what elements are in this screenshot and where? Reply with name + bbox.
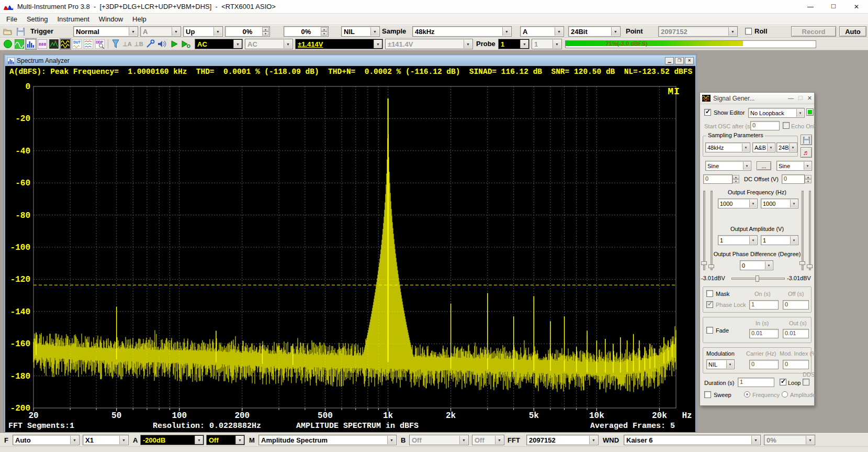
trigger-delay-spinner[interactable]: 0%▲▼ [284,26,329,37]
fft-size-combo[interactable]: 2097152▼ [526,435,599,445]
mask-checkbox[interactable] [706,290,713,297]
generator-rate-combo[interactable]: 48kHz▼ [705,142,750,152]
menu-item-instrument[interactable]: Instrument [52,14,94,25]
spectrum-window-titlebar[interactable]: Spectrum Analyzer ▁ ❐ ✕ [5,56,695,66]
frequency-b-combo[interactable]: 1000▼ [761,199,798,208]
marker-b-icon[interactable]: ⊥B [133,38,144,50]
mask-on-field[interactable]: 1 [749,300,779,310]
fade-in-field[interactable]: 0.01 [749,329,779,338]
dc-offset-a-spinner[interactable]: ▲▼ [733,174,740,184]
menu-item-setting[interactable]: Setting [22,14,52,25]
coupling-b-combo[interactable]: AC▼ [245,39,293,49]
roll-checkbox[interactable] [745,28,752,35]
generator-channels-combo[interactable]: A&B▼ [752,142,775,152]
frequency-axis-combo[interactable]: Auto▼ [13,435,80,445]
y-ref-b-combo[interactable]: Off▼ [472,435,504,445]
trigger-level-spinner[interactable]: 0%▲▼ [225,26,270,37]
child-maximize-icon[interactable]: ❐ [675,57,684,64]
play-icon[interactable] [168,38,180,50]
amplitude-slider-a-right[interactable] [802,191,804,270]
sampling-channel-combo[interactable]: A▼ [520,26,564,37]
amplitude-b-combo[interactable]: 1▼ [761,235,798,245]
show-editor-checkbox[interactable] [704,109,711,116]
dc-offset-a-field[interactable]: 0 [703,174,732,184]
marker-a-icon[interactable]: ⊥A [121,38,133,50]
trigger-mode-combo[interactable]: Normal▼ [73,26,138,37]
coupling-a-combo[interactable]: AC▼ [195,39,243,49]
probe-a-combo[interactable]: 1▼ [498,39,529,49]
oscilloscope-run-icon[interactable] [2,38,14,50]
loopback-combo[interactable]: No Loopback▼ [748,108,805,118]
sweep-checkbox[interactable] [704,391,711,398]
amplitude-slider-a-left[interactable] [703,191,705,270]
waveform-library-button[interactable]: ♬ [801,147,812,158]
slider-handle[interactable] [708,264,714,268]
y-range-a-combo[interactable]: -200dB▼ [140,435,204,445]
amplitude-a-combo[interactable]: 1▼ [718,235,758,245]
spectrum-3d-plot-icon[interactable] [48,38,60,50]
oscilloscope-icon[interactable] [14,38,25,50]
y-range-b-combo[interactable]: Off▼ [409,435,469,445]
waveform-b-combo[interactable]: Sine▼ [776,161,812,171]
sweep-amplitude-radio[interactable] [782,391,788,398]
open-file-icon[interactable] [2,26,14,37]
signal-generator-titlebar[interactable]: Signal Gener... — ☐ ✕ [700,93,814,104]
echo-only-checkbox[interactable] [783,122,790,129]
play-loop-icon[interactable] [180,38,191,50]
start-osc-field[interactable]: 0 [750,121,780,130]
minimize-icon[interactable]: — [799,0,822,14]
child-close-icon[interactable]: ✕ [685,57,694,64]
dc-offset-b-field[interactable]: 0 [782,174,805,184]
probe-b-combo[interactable]: 1▼ [532,39,562,49]
mod-index-field[interactable]: 0 [783,360,809,369]
trigger-source-combo[interactable]: A▼ [140,26,181,37]
frequency-a-combo[interactable]: 1000▼ [718,199,758,208]
amplitude-slider-b-left[interactable] [711,191,713,270]
mask-off-field[interactable]: 0 [783,300,809,310]
panel-minimize-icon[interactable]: — [788,95,794,102]
close-icon[interactable]: ✕ [845,0,868,14]
record-button[interactable]: Record [791,26,836,37]
calibration-icon[interactable] [144,38,156,50]
data-logger-icon[interactable] [83,38,94,50]
dds-checkbox[interactable] [803,379,809,385]
phase-difference-combo[interactable]: 0▼ [740,260,773,270]
trigger-hpf-combo[interactable]: NIL▼ [341,26,380,37]
multimeter-icon[interactable]: 888 [37,38,48,50]
x-zoom-combo[interactable]: X1▼ [83,435,129,445]
slider-handle[interactable] [807,264,813,268]
record-points-combo[interactable]: 2097152▼ [658,26,738,37]
sampling-rate-combo[interactable]: 48kHz▼ [412,26,512,37]
window-function-combo[interactable]: Kaiser 6▼ [624,435,761,445]
sound-device-icon[interactable] [156,38,167,50]
amplitude-slider-b-right[interactable] [809,191,811,270]
device-test-plan-icon[interactable]: DUT [71,38,83,50]
bit-depth-combo[interactable]: 24Bit▼ [568,26,621,37]
filter-icon[interactable] [110,38,121,50]
duration-field[interactable]: 1 [738,378,774,387]
sweep-frequency-radio[interactable] [744,391,750,398]
save-file-icon[interactable] [15,26,26,37]
waveform-a-combo[interactable]: Sine▼ [705,161,751,171]
balance-slider-handle[interactable] [756,275,759,282]
modulation-type-combo[interactable]: NIL▼ [706,359,735,369]
range-b-combo[interactable]: ±141.4V▼ [385,39,473,49]
menu-item-file[interactable]: File [0,14,22,25]
save-waveform-button[interactable] [801,135,812,145]
waveform-editor-button[interactable]: ... [757,161,771,170]
signal-generator-icon[interactable] [60,38,71,50]
fade-out-field[interactable]: 0.01 [783,329,809,338]
overlap-combo[interactable]: 0%▼ [764,435,815,445]
slider-handle[interactable] [799,261,805,265]
slider-handle[interactable] [701,261,707,265]
fade-checkbox[interactable] [706,327,713,334]
loop-checkbox[interactable] [780,379,786,385]
auto-button[interactable]: Auto [839,26,866,37]
panel-maximize-icon[interactable]: ☐ [798,95,803,102]
analysis-mode-combo[interactable]: Amplitude Spectrum▼ [258,435,397,445]
y-ref-a-combo[interactable]: Off▼ [206,435,245,445]
trigger-edge-combo[interactable]: Up▼ [183,26,223,37]
generator-run-button[interactable] [806,108,814,116]
carrier-field[interactable]: 0 [749,360,779,369]
ddp-viewer-icon[interactable]: DDP [94,38,106,50]
